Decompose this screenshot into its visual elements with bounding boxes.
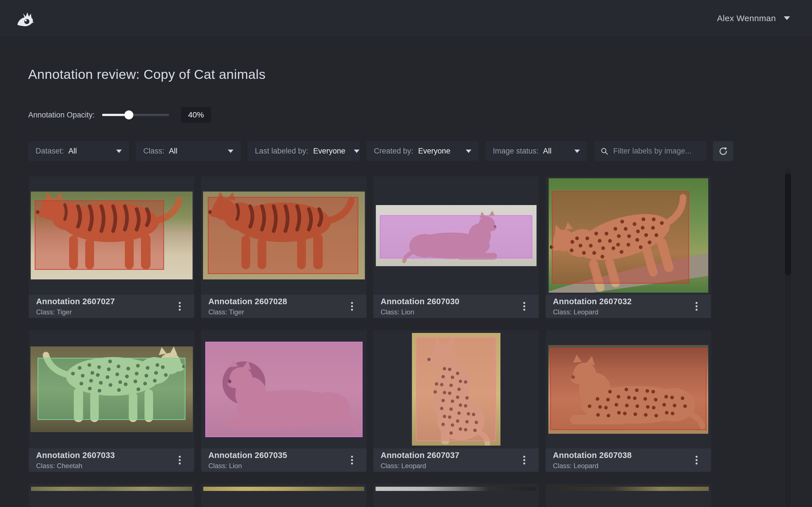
annotation-class: Class: Tiger xyxy=(208,308,287,316)
kebab-menu-icon[interactable] xyxy=(174,301,185,313)
partial-photo-strip xyxy=(203,487,364,491)
card-footer: Annotation 2607038 Class: Leopard xyxy=(546,448,711,472)
card-caption: Annotation 2607035 Class: Lion xyxy=(208,451,287,470)
filter-dropdown[interactable]: Last labeled by: Everyone xyxy=(248,141,360,161)
annotation-bbox-overlay xyxy=(208,197,358,274)
scrollbar-thumb[interactable] xyxy=(785,173,791,275)
card-caption: Annotation 2607033 Class: Cheetah xyxy=(36,451,115,470)
annotation-bbox-overlay xyxy=(416,337,496,441)
search-input[interactable] xyxy=(613,147,700,156)
card-footer: Annotation 2607027 Class: Tiger xyxy=(29,295,194,318)
chevron-down-icon xyxy=(345,150,359,153)
card-footer: Annotation 2607032 Class: Leopard xyxy=(546,295,711,318)
card-footer: Annotation 2607033 Class: Cheetah xyxy=(29,448,194,472)
kebab-menu-icon[interactable] xyxy=(174,455,185,466)
annotation-class: Class: Cheetah xyxy=(36,462,115,470)
card-photo xyxy=(203,191,365,279)
annotation-card: Annotation 2607038 Class: Leopard xyxy=(546,330,711,472)
filter-dropdown[interactable]: Class: All xyxy=(136,141,241,161)
kebab-menu-icon[interactable] xyxy=(519,455,529,466)
annotation-title: Annotation 2607035 xyxy=(208,451,287,460)
card-caption: Annotation 2607032 Class: Leopard xyxy=(553,297,631,316)
top-bar: Alex Wennman xyxy=(0,0,812,36)
partial-photo-strip xyxy=(31,487,192,491)
slider-thumb[interactable] xyxy=(124,110,133,119)
annotation-card-partial[interactable] xyxy=(29,484,194,507)
card-caption: Annotation 2607037 Class: Leopard xyxy=(380,451,459,470)
annotation-card: Annotation 2607037 Class: Leopard xyxy=(373,330,539,472)
card-caption: Annotation 2607038 Class: Leopard xyxy=(553,451,631,470)
annotation-card-partial[interactable] xyxy=(201,484,366,507)
card-photo xyxy=(205,342,363,437)
annotation-title: Annotation 2607038 xyxy=(553,451,631,460)
annotation-class: Class: Lion xyxy=(380,308,459,316)
kebab-menu-icon[interactable] xyxy=(691,301,702,313)
search-box[interactable] xyxy=(594,141,706,161)
annotation-card: Annotation 2607030 Class: Lion xyxy=(373,176,539,318)
annotation-card: Annotation 2607033 Class: Cheetah xyxy=(29,330,194,472)
annotation-title: Annotation 2607030 xyxy=(380,297,459,306)
opacity-value-badge: 40% xyxy=(181,107,211,123)
chevron-down-icon xyxy=(108,150,122,153)
card-footer: Annotation 2607030 Class: Lion xyxy=(373,295,539,318)
annotation-card-partial[interactable] xyxy=(373,484,539,507)
refresh-button[interactable] xyxy=(713,141,733,161)
annotation-bbox-overlay xyxy=(38,358,185,420)
annotation-thumbnail[interactable] xyxy=(29,330,194,448)
annotation-thumbnail[interactable] xyxy=(373,176,539,295)
annotation-title: Annotation 2607037 xyxy=(380,451,459,460)
filter-dropdown[interactable]: Created by: Everyone xyxy=(366,141,479,161)
dropdown-label: Class: xyxy=(143,147,164,155)
dropdown-text: Image status: All xyxy=(493,147,552,156)
user-menu[interactable]: Alex Wennman xyxy=(717,0,790,36)
dropdown-label: Image status: xyxy=(493,147,539,155)
annotation-title: Annotation 2607027 xyxy=(36,297,115,306)
eye-logo[interactable] xyxy=(15,11,35,27)
opacity-slider[interactable] xyxy=(102,107,169,123)
annotation-thumbnail[interactable] xyxy=(546,330,711,448)
annotation-class: Class: Lion xyxy=(208,462,287,470)
annotation-thumbnail[interactable] xyxy=(546,176,711,295)
dropdown-text: Class: All xyxy=(143,147,177,156)
card-photo xyxy=(31,346,193,432)
filter-dropdown[interactable]: Image status: All xyxy=(486,141,587,161)
annotation-card-partial[interactable] xyxy=(546,484,711,507)
dropdown-label: Created by: xyxy=(374,147,413,155)
kebab-menu-icon[interactable] xyxy=(519,301,529,313)
annotation-bbox-overlay xyxy=(552,191,689,284)
annotation-thumbnail[interactable] xyxy=(373,330,539,448)
annotation-title: Annotation 2607032 xyxy=(553,297,631,306)
chevron-down-icon xyxy=(784,16,790,20)
annotation-class: Class: Tiger xyxy=(36,308,115,316)
chevron-down-icon xyxy=(457,150,471,153)
annotation-title: Annotation 2607033 xyxy=(36,451,115,460)
annotation-thumbnail[interactable] xyxy=(201,176,366,295)
filter-dropdown[interactable]: Dataset: All xyxy=(28,141,129,161)
annotation-thumbnail[interactable] xyxy=(201,330,366,448)
annotation-class: Class: Leopard xyxy=(553,308,631,316)
annotation-thumbnail[interactable] xyxy=(29,176,194,295)
kebab-menu-icon[interactable] xyxy=(691,455,702,466)
annotation-bbox-overlay xyxy=(35,200,164,270)
dropdown-value: Everyone xyxy=(311,147,345,155)
dropdown-text: Last labeled by: Everyone xyxy=(255,147,345,156)
page-title: Annotation review: Copy of Cat animals xyxy=(28,66,266,82)
card-caption: Annotation 2607027 Class: Tiger xyxy=(36,297,115,316)
eye-highlight xyxy=(25,19,27,21)
refresh-icon xyxy=(718,147,728,156)
annotation-class: Class: Leopard xyxy=(380,462,459,470)
chevron-down-icon xyxy=(219,150,234,153)
dropdown-value: Everyone xyxy=(416,147,451,155)
card-footer: Annotation 2607037 Class: Leopard xyxy=(373,448,539,472)
kebab-menu-icon[interactable] xyxy=(347,455,357,466)
card-footer: Annotation 2607028 Class: Tiger xyxy=(201,295,366,318)
annotation-card: Annotation 2607028 Class: Tiger xyxy=(201,176,366,318)
kebab-menu-icon[interactable] xyxy=(347,301,357,313)
dropdown-text: Created by: Everyone xyxy=(374,147,450,156)
dropdown-text: Dataset: All xyxy=(36,147,77,156)
dropdown-label: Dataset: xyxy=(36,147,64,155)
annotation-bbox-overlay xyxy=(380,215,532,259)
annotation-card: Annotation 2607027 Class: Tiger xyxy=(29,176,194,318)
card-photo xyxy=(548,345,708,434)
annotation-bbox-overlay xyxy=(550,348,707,430)
